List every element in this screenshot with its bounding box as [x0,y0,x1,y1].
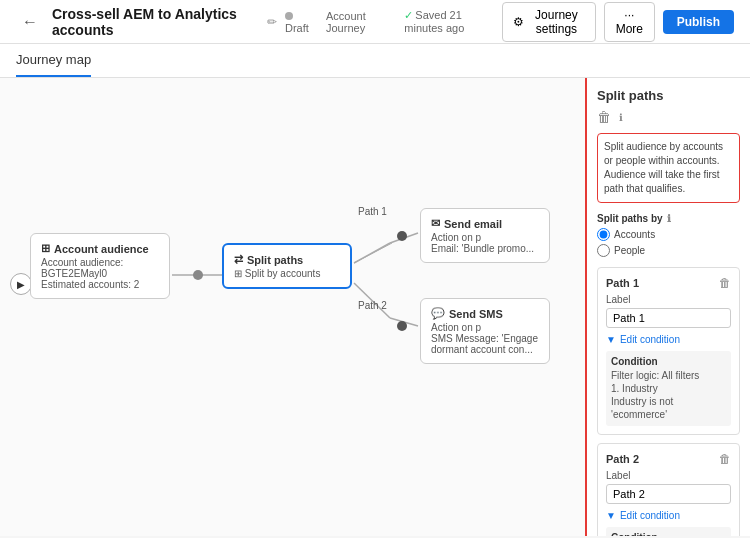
path2-block-title: Path 2 [606,453,639,465]
svg-line-7 [354,243,392,263]
settings-icon: ⚙ [513,15,524,29]
svg-point-8 [397,231,407,241]
path2-block: Path 2 🗑 Label ▼ Edit condition Conditio… [597,443,740,536]
split-type-icon: ⊞ [234,268,242,279]
path2-condition-title: Condition [611,532,726,536]
path1-label: Path 1 [358,206,387,217]
email-message: Email: 'Bundle promo... [431,243,539,254]
path2-edit-condition-button[interactable]: ▼ Edit condition [606,510,680,521]
email-subtitle: Action on p [431,232,539,243]
panel-toolbar: 🗑 ℹ [597,109,740,125]
sms-subtitle: Action on p [431,322,539,333]
header-right: ⚙ Journey settings ··· More Publish [502,2,734,42]
path1-block: Path 1 🗑 Label ▼ Edit condition Conditio… [597,267,740,435]
radio-accounts[interactable]: Accounts [597,228,740,241]
panel-title: Split paths [597,88,740,103]
path1-condition-title: Condition [611,356,726,367]
path2-label-input[interactable] [606,484,731,504]
path1-block-title: Path 1 [606,277,639,289]
edit-title-icon[interactable]: ✏ [267,15,277,29]
panel-description: Split audience by accounts or people wit… [597,133,740,203]
play-icon: ▶ [17,279,25,290]
split-by-label: Split paths by ℹ [597,213,740,224]
split-icon: ⇄ [234,253,243,266]
more-icon: ··· [624,8,634,22]
path2-condition-box: Condition Filter logic: All filters 1. I… [606,527,731,536]
filter2-icon: ▼ [606,510,616,521]
path1-condition-detail: Filter logic: All filters 1. Industry In… [611,369,726,421]
svg-point-2 [193,270,203,280]
radio-group: Accounts People [597,228,740,257]
path1-condition-box: Condition Filter logic: All filters 1. I… [606,351,731,426]
page-title: Cross-sell AEM to Analytics accounts [52,6,259,38]
back-button[interactable]: ← [16,11,44,33]
sub-header: Journey map [0,44,750,78]
info-panel-button[interactable]: ℹ [619,109,623,125]
path1-label-text: Label [606,294,731,305]
delete-panel-button[interactable]: 🗑 [597,109,611,125]
tab-journey-map[interactable]: Journey map [16,44,91,77]
right-panel: Split paths 🗑 ℹ Split audience by accoun… [585,78,750,536]
path2-label-text: Label [606,470,731,481]
sms-icon: 💬 [431,307,445,320]
header: ← Cross-sell AEM to Analytics accounts ✏… [0,0,750,44]
path1-block-header: Path 1 🗑 [606,276,731,290]
sms-message: SMS Message: 'Engage dormant account con… [431,333,539,355]
send-sms-node[interactable]: 💬 Send SMS Action on p SMS Message: 'Eng… [420,298,550,364]
path2-label: Path 2 [358,300,387,311]
radio-people[interactable]: People [597,244,740,257]
split-by-info-icon: ℹ [667,213,671,224]
header-meta: Draft Account Journey ✓Saved 21 minutes … [285,9,502,34]
split-paths-node[interactable]: ⇄ Split paths ⊞ Split by accounts [222,243,352,289]
draft-badge: Draft [285,10,314,34]
svg-point-9 [397,321,407,331]
split-subtitle: ⊞ Split by accounts [234,268,340,279]
header-left: ← Cross-sell AEM to Analytics accounts ✏… [16,6,502,38]
path1-edit-condition-button[interactable]: ▼ Edit condition [606,334,680,345]
path1-label-input[interactable] [606,308,731,328]
audience-icon: ⊞ [41,242,50,255]
journey-canvas[interactable]: ▶ ⊞ Account audience Account audience: B… [0,78,585,536]
saved-status: ✓Saved 21 minutes ago [404,9,502,34]
send-email-node[interactable]: ✉ Send email Action on p Email: 'Bundle … [420,208,550,263]
main-layout: ▶ ⊞ Account audience Account audience: B… [0,78,750,536]
path2-delete-button[interactable]: 🗑 [719,452,731,466]
path2-block-header: Path 2 🗑 [606,452,731,466]
email-icon: ✉ [431,217,440,230]
audience-node[interactable]: ⊞ Account audience Account audience: BGT… [30,233,170,299]
audience-subtitle: Account audience: BGTE2EMayl0 Estimated … [41,257,159,290]
filter-icon: ▼ [606,334,616,345]
play-button[interactable]: ▶ [10,273,32,295]
account-journey-label: Account Journey [326,10,392,34]
journey-settings-button[interactable]: ⚙ Journey settings [502,2,596,42]
more-button[interactable]: ··· More [604,2,655,42]
publish-button[interactable]: Publish [663,10,734,34]
path1-delete-button[interactable]: 🗑 [719,276,731,290]
